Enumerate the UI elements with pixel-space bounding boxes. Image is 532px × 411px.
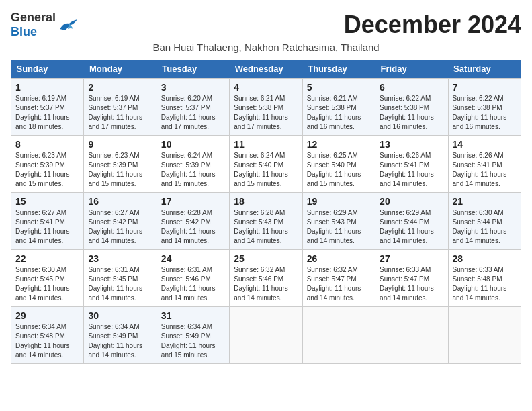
day-info: Sunrise: 6:25 AM Sunset: 5:40 PM Dayligh… [307, 151, 371, 189]
calendar-cell [302, 307, 375, 364]
column-header-tuesday: Tuesday [157, 60, 229, 79]
day-info: Sunrise: 6:22 AM Sunset: 5:38 PM Dayligh… [453, 94, 517, 132]
calendar-cell: 5 Sunrise: 6:21 AM Sunset: 5:38 PM Dayli… [302, 79, 375, 136]
day-info: Sunrise: 6:29 AM Sunset: 5:44 PM Dayligh… [380, 208, 443, 246]
logo-bird-icon [58, 17, 79, 33]
calendar-cell: 10 Sunrise: 6:24 AM Sunset: 5:39 PM Dayl… [157, 136, 229, 193]
day-info: Sunrise: 6:21 AM Sunset: 5:38 PM Dayligh… [307, 94, 371, 132]
day-number: 18 [234, 196, 298, 207]
day-info: Sunrise: 6:31 AM Sunset: 5:46 PM Dayligh… [161, 265, 225, 303]
day-info: Sunrise: 6:21 AM Sunset: 5:38 PM Dayligh… [234, 94, 298, 132]
day-info: Sunrise: 6:30 AM Sunset: 5:44 PM Dayligh… [453, 208, 517, 246]
calendar-cell: 27 Sunrise: 6:33 AM Sunset: 5:47 PM Dayl… [375, 250, 448, 307]
calendar-cell: 15 Sunrise: 6:27 AM Sunset: 5:41 PM Dayl… [11, 193, 84, 250]
day-number: 21 [453, 196, 517, 207]
day-number: 24 [161, 253, 225, 264]
logo-text: General Blue [11, 11, 56, 39]
day-number: 9 [88, 139, 152, 150]
calendar-header-row: SundayMondayTuesdayWednesdayThursdayFrid… [11, 60, 521, 79]
day-info: Sunrise: 6:34 AM Sunset: 5:48 PM Dayligh… [15, 322, 79, 360]
calendar-cell: 14 Sunrise: 6:26 AM Sunset: 5:41 PM Dayl… [448, 136, 521, 193]
day-info: Sunrise: 6:23 AM Sunset: 5:39 PM Dayligh… [15, 151, 79, 189]
day-info: Sunrise: 6:31 AM Sunset: 5:45 PM Dayligh… [88, 265, 152, 303]
calendar-cell: 2 Sunrise: 6:19 AM Sunset: 5:37 PM Dayli… [84, 79, 157, 136]
day-info: Sunrise: 6:24 AM Sunset: 5:39 PM Dayligh… [161, 151, 225, 189]
calendar-cell: 18 Sunrise: 6:28 AM Sunset: 5:43 PM Dayl… [230, 193, 302, 250]
day-number: 10 [161, 139, 225, 150]
calendar-cell: 25 Sunrise: 6:32 AM Sunset: 5:46 PM Dayl… [230, 250, 302, 307]
day-number: 2 [88, 82, 152, 93]
day-number: 11 [234, 139, 298, 150]
calendar-table: SundayMondayTuesdayWednesdayThursdayFrid… [11, 60, 521, 364]
day-number: 13 [380, 139, 443, 150]
day-info: Sunrise: 6:24 AM Sunset: 5:40 PM Dayligh… [234, 151, 298, 189]
calendar-week-row: 1 Sunrise: 6:19 AM Sunset: 5:37 PM Dayli… [11, 79, 521, 136]
day-info: Sunrise: 6:26 AM Sunset: 5:41 PM Dayligh… [453, 151, 517, 189]
calendar-cell: 16 Sunrise: 6:27 AM Sunset: 5:42 PM Dayl… [84, 193, 157, 250]
logo-general: General [11, 11, 56, 24]
calendar-cell: 8 Sunrise: 6:23 AM Sunset: 5:39 PM Dayli… [11, 136, 84, 193]
calendar-cell [230, 307, 302, 364]
calendar-cell: 30 Sunrise: 6:34 AM Sunset: 5:49 PM Dayl… [84, 307, 157, 364]
calendar-week-row: 29 Sunrise: 6:34 AM Sunset: 5:48 PM Dayl… [11, 307, 521, 364]
day-info: Sunrise: 6:33 AM Sunset: 5:47 PM Dayligh… [380, 265, 443, 303]
day-info: Sunrise: 6:23 AM Sunset: 5:39 PM Dayligh… [88, 151, 152, 189]
day-info: Sunrise: 6:28 AM Sunset: 5:42 PM Dayligh… [161, 208, 225, 246]
calendar-cell [448, 307, 521, 364]
day-info: Sunrise: 6:28 AM Sunset: 5:43 PM Dayligh… [234, 208, 298, 246]
logo: General Blue [11, 11, 79, 39]
calendar-cell: 21 Sunrise: 6:30 AM Sunset: 5:44 PM Dayl… [448, 193, 521, 250]
calendar-cell: 7 Sunrise: 6:22 AM Sunset: 5:38 PM Dayli… [448, 79, 521, 136]
calendar-week-row: 22 Sunrise: 6:30 AM Sunset: 5:45 PM Dayl… [11, 250, 521, 307]
day-info: Sunrise: 6:34 AM Sunset: 5:49 PM Dayligh… [161, 322, 225, 360]
calendar-cell: 22 Sunrise: 6:30 AM Sunset: 5:45 PM Dayl… [11, 250, 84, 307]
day-number: 7 [453, 82, 517, 93]
calendar-cell: 29 Sunrise: 6:34 AM Sunset: 5:48 PM Dayl… [11, 307, 84, 364]
column-header-thursday: Thursday [302, 60, 375, 79]
column-header-wednesday: Wednesday [230, 60, 302, 79]
day-number: 6 [380, 82, 443, 93]
calendar-cell: 24 Sunrise: 6:31 AM Sunset: 5:46 PM Dayl… [157, 250, 229, 307]
day-number: 28 [453, 253, 517, 264]
day-number: 29 [15, 310, 79, 321]
day-info: Sunrise: 6:26 AM Sunset: 5:41 PM Dayligh… [380, 151, 443, 189]
calendar-cell: 1 Sunrise: 6:19 AM Sunset: 5:37 PM Dayli… [11, 79, 84, 136]
calendar-cell: 9 Sunrise: 6:23 AM Sunset: 5:39 PM Dayli… [84, 136, 157, 193]
day-info: Sunrise: 6:34 AM Sunset: 5:49 PM Dayligh… [88, 322, 152, 360]
day-info: Sunrise: 6:30 AM Sunset: 5:45 PM Dayligh… [15, 265, 79, 303]
calendar-cell: 31 Sunrise: 6:34 AM Sunset: 5:49 PM Dayl… [157, 307, 229, 364]
day-info: Sunrise: 6:29 AM Sunset: 5:43 PM Dayligh… [307, 208, 371, 246]
calendar-cell: 19 Sunrise: 6:29 AM Sunset: 5:43 PM Dayl… [302, 193, 375, 250]
page-header: General Blue December 2024 [11, 11, 521, 39]
day-number: 3 [161, 82, 225, 93]
day-info: Sunrise: 6:22 AM Sunset: 5:38 PM Dayligh… [380, 94, 443, 132]
day-info: Sunrise: 6:33 AM Sunset: 5:48 PM Dayligh… [453, 265, 517, 303]
calendar-cell: 17 Sunrise: 6:28 AM Sunset: 5:42 PM Dayl… [157, 193, 229, 250]
calendar-week-row: 15 Sunrise: 6:27 AM Sunset: 5:41 PM Dayl… [11, 193, 521, 250]
day-number: 17 [161, 196, 225, 207]
day-number: 27 [380, 253, 443, 264]
day-number: 8 [15, 139, 79, 150]
day-info: Sunrise: 6:20 AM Sunset: 5:37 PM Dayligh… [161, 94, 225, 132]
day-number: 20 [380, 196, 443, 207]
day-number: 16 [88, 196, 152, 207]
day-number: 1 [15, 82, 79, 93]
calendar-cell: 4 Sunrise: 6:21 AM Sunset: 5:38 PM Dayli… [230, 79, 302, 136]
month-title: December 2024 [344, 11, 521, 39]
day-number: 15 [15, 196, 79, 207]
day-info: Sunrise: 6:19 AM Sunset: 5:37 PM Dayligh… [15, 94, 79, 132]
calendar-cell: 26 Sunrise: 6:32 AM Sunset: 5:47 PM Dayl… [302, 250, 375, 307]
calendar-cell: 20 Sunrise: 6:29 AM Sunset: 5:44 PM Dayl… [375, 193, 448, 250]
day-number: 19 [307, 196, 371, 207]
calendar-week-row: 8 Sunrise: 6:23 AM Sunset: 5:39 PM Dayli… [11, 136, 521, 193]
day-number: 5 [307, 82, 371, 93]
day-number: 22 [15, 253, 79, 264]
day-number: 30 [88, 310, 152, 321]
location-title: Ban Huai Thalaeng, Nakhon Ratchasima, Th… [11, 42, 521, 53]
calendar-cell: 3 Sunrise: 6:20 AM Sunset: 5:37 PM Dayli… [157, 79, 229, 136]
calendar-cell: 12 Sunrise: 6:25 AM Sunset: 5:40 PM Dayl… [302, 136, 375, 193]
logo-blue: Blue [11, 25, 37, 38]
day-number: 31 [161, 310, 225, 321]
column-header-friday: Friday [375, 60, 448, 79]
calendar-cell: 13 Sunrise: 6:26 AM Sunset: 5:41 PM Dayl… [375, 136, 448, 193]
